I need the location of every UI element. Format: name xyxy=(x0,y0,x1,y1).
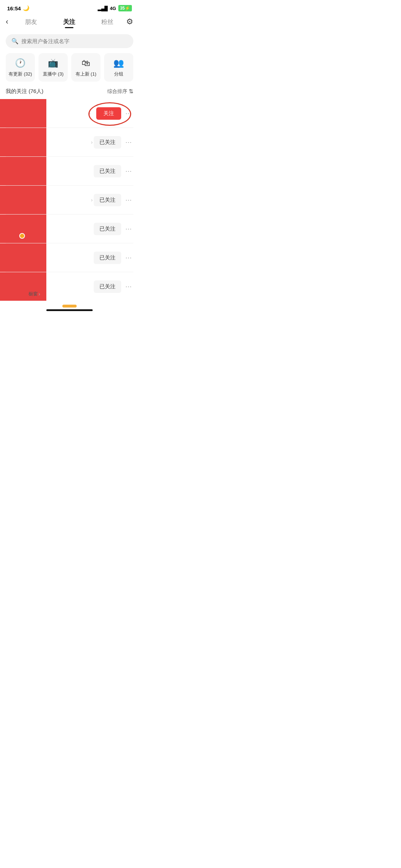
followed-button-3[interactable]: 已关注 xyxy=(94,165,121,177)
item-arrow-1: › xyxy=(89,110,91,116)
more-button-6[interactable]: ··· xyxy=(124,254,133,262)
category-has-updates-label: 有更新 (32) xyxy=(9,71,32,77)
user-item: › 已关注 ··· xyxy=(0,186,139,214)
nav-bar: ‹ 朋友 关注 粉丝 ⚙ xyxy=(0,14,139,31)
category-new-products-label: 有上新 (1) xyxy=(76,71,97,77)
back-button[interactable]: ‹ xyxy=(6,17,12,26)
shopping-icon: 🛍 xyxy=(82,58,90,68)
category-live[interactable]: 📺 直播中 (3) xyxy=(38,53,68,82)
followed-button-5[interactable]: 已关注 xyxy=(94,223,121,235)
user-item: 已关注 ··· xyxy=(0,243,139,272)
follows-title: 我的关注 (76人) xyxy=(6,88,43,95)
followed-button-7[interactable]: 已关注 xyxy=(94,280,121,293)
user-item: 已关注 ··· xyxy=(0,215,139,243)
follow-button-1[interactable]: 关注 xyxy=(96,107,121,120)
category-new-products[interactable]: 🛍 有上新 (1) xyxy=(71,53,101,82)
user-item: 橱窗 › 已关注 ··· xyxy=(0,272,139,301)
item-arrow-4: › xyxy=(91,197,93,203)
category-groups[interactable]: 👥 分组 xyxy=(104,53,133,82)
signal-icon: ▂▄█ xyxy=(98,6,108,11)
window-arrow-icon: › xyxy=(38,291,40,297)
user-list: › 关注 ··· › 已关注 ··· 已关注 ··· xyxy=(0,99,139,301)
clock-icon: 🕐 xyxy=(15,58,26,68)
category-row: 🕐 有更新 (32) 📺 直播中 (3) 🛍 有上新 (1) 👥 分组 xyxy=(0,53,139,88)
bottom-indicator xyxy=(62,305,77,308)
sort-icon: ⇅ xyxy=(129,88,133,95)
more-button-4[interactable]: ··· xyxy=(124,196,133,204)
settings-button[interactable]: ⚙ xyxy=(126,17,133,26)
window-label-area[interactable]: 橱窗 › xyxy=(29,291,40,297)
sort-button[interactable]: 综合排序 ⇅ xyxy=(107,88,133,95)
followed-button-6[interactable]: 已关注 xyxy=(94,252,121,264)
sort-label: 综合排序 xyxy=(107,88,127,95)
item-arrow-2: › xyxy=(91,139,93,145)
more-button-1[interactable]: ··· xyxy=(124,110,133,117)
status-bar: 16:54 🌙 ▂▄█ 4G 35⚡ xyxy=(0,0,139,14)
network-type: 4G xyxy=(110,6,116,11)
user-item: › 已关注 ··· xyxy=(0,128,139,156)
category-groups-label: 分组 xyxy=(114,71,123,77)
window-label: 橱窗 xyxy=(29,291,38,297)
moon-icon: 🌙 xyxy=(23,5,30,11)
home-bar xyxy=(46,309,93,311)
more-button-2[interactable]: ··· xyxy=(124,139,133,146)
time-display: 16:54 xyxy=(7,5,21,11)
user-item: 已关注 ··· xyxy=(0,157,139,185)
groups-icon: 👥 xyxy=(113,58,124,68)
nav-tabs: 朋友 关注 粉丝 xyxy=(12,18,126,26)
followed-button-4[interactable]: 已关注 xyxy=(94,194,121,206)
tab-friends[interactable]: 朋友 xyxy=(21,18,41,26)
search-input[interactable] xyxy=(21,38,128,44)
battery-indicator: 35⚡ xyxy=(118,5,132,11)
user-item: › 关注 ··· xyxy=(0,99,139,128)
orange-badge xyxy=(19,233,25,239)
more-button-5[interactable]: ··· xyxy=(124,225,133,233)
follows-header: 我的关注 (76人) 综合排序 ⇅ xyxy=(0,88,139,99)
followed-button-2[interactable]: 已关注 xyxy=(94,136,121,149)
more-button-7[interactable]: ··· xyxy=(124,283,133,290)
tv-icon: 📺 xyxy=(48,58,58,68)
search-bar[interactable]: 🔍 xyxy=(6,34,133,48)
category-has-updates[interactable]: 🕐 有更新 (32) xyxy=(6,53,35,82)
search-icon: 🔍 xyxy=(11,38,19,45)
tab-following[interactable]: 关注 xyxy=(60,18,79,26)
category-live-label: 直播中 (3) xyxy=(43,71,64,77)
more-button-3[interactable]: ··· xyxy=(124,167,133,175)
home-indicator-area xyxy=(0,301,139,315)
tab-fans[interactable]: 粉丝 xyxy=(98,18,117,26)
